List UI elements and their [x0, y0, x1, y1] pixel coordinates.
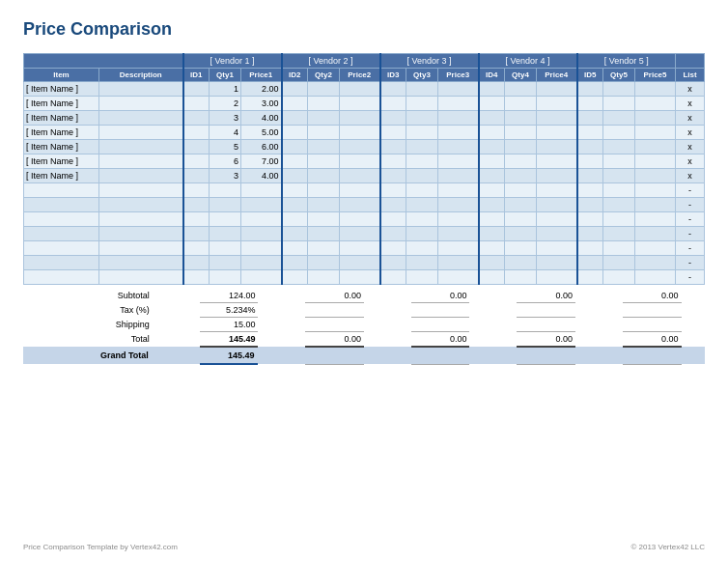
- table-row: [ Item Name ]23.00x: [24, 97, 705, 111]
- desc-col-header: Description: [99, 69, 183, 82]
- table-row: -: [24, 270, 705, 285]
- page: Price Comparison: [0, 0, 728, 561]
- v2-price-header: Price2: [340, 69, 380, 82]
- shipping-row: Shipping 15.00: [23, 318, 705, 332]
- v4-qty-header: Qty4: [505, 69, 537, 82]
- table-row: -: [24, 183, 705, 198]
- table-row: -: [24, 241, 705, 256]
- v1-shipping: 15.00: [200, 318, 259, 332]
- shipping-label: Shipping: [23, 318, 153, 332]
- subtotal-label: Subtotal: [23, 289, 153, 303]
- vendor4-header: [ Vendor 4 ]: [479, 54, 577, 69]
- subtotal-row: Subtotal 124.00 0.00 0.00 0.00 0.00: [23, 289, 705, 303]
- v1-id-header: ID1: [183, 69, 210, 82]
- v5-id-header: ID5: [577, 69, 603, 82]
- v5-subtotal: 0.00: [623, 289, 682, 303]
- tax-label: Tax (%): [23, 303, 153, 318]
- grand-total-label: Grand Total: [23, 347, 153, 364]
- v2-total: 0.00: [305, 332, 364, 348]
- table-row: [ Item Name ]12.00x: [24, 82, 705, 97]
- v4-total: 0.00: [517, 332, 575, 348]
- total-row: Total 145.49 0.00 0.00 0.00 0.00: [23, 332, 705, 348]
- grand-total-value: 145.49: [200, 347, 259, 364]
- vendor3-header: [ Vendor 3 ]: [380, 54, 479, 69]
- v3-qty-header: Qty3: [406, 69, 438, 82]
- vendor2-header: [ Vendor 2 ]: [282, 54, 380, 69]
- v1-price-header: Price1: [241, 69, 282, 82]
- table-row: [ Item Name ]34.00x: [24, 111, 705, 126]
- item-col-header: Item: [24, 69, 99, 82]
- v2-subtotal: 0.00: [305, 289, 364, 303]
- column-header-row: Item Description ID1 Qty1 Price1 ID2 Qty…: [24, 69, 705, 82]
- footer: Price Comparison Template by Vertex42.co…: [23, 543, 705, 551]
- v2-id-header: ID2: [282, 69, 308, 82]
- v3-total: 0.00: [411, 332, 470, 348]
- table-row: -: [24, 212, 705, 227]
- table-row: [ Item Name ]45.00x: [24, 126, 705, 140]
- v4-id-header: ID4: [479, 69, 505, 82]
- table-row: [ Item Name ]67.00x: [24, 154, 705, 169]
- tax-row: Tax (%) 5.234%: [23, 303, 705, 318]
- table-row: -: [24, 256, 705, 270]
- v1-qty-header: Qty1: [210, 69, 241, 82]
- list-col-header-spacer: [676, 54, 705, 69]
- table-row: [ Item Name ]56.00x: [24, 140, 705, 154]
- table-row: -: [24, 198, 705, 212]
- table-row: -: [24, 227, 705, 241]
- v3-subtotal: 0.00: [411, 289, 470, 303]
- v1-tax: 5.234%: [200, 303, 259, 318]
- v4-price-header: Price4: [537, 69, 577, 82]
- v5-price-header: Price5: [635, 69, 676, 82]
- total-label: Total: [23, 332, 153, 348]
- v1-total: 145.49: [200, 332, 259, 348]
- vendor1-header: [ Vendor 1 ]: [183, 54, 282, 69]
- v3-id-header: ID3: [380, 69, 406, 82]
- v2-qty-header: Qty2: [308, 69, 340, 82]
- v5-qty-header: Qty5: [603, 69, 635, 82]
- footer-left: Price Comparison Template by Vertex42.co…: [23, 543, 178, 551]
- v3-price-header: Price3: [438, 69, 479, 82]
- list-col-header: List: [676, 69, 705, 82]
- vendor5-header: [ Vendor 5 ]: [577, 54, 676, 69]
- v4-subtotal: 0.00: [517, 289, 575, 303]
- grand-total-row: Grand Total 145.49: [23, 347, 705, 364]
- table-row: [ Item Name ]34.00x: [24, 169, 705, 183]
- price-comparison-table: [ Vendor 1 ] [ Vendor 2 ] [ Vendor 3 ] […: [23, 53, 705, 285]
- vendor-header-row: [ Vendor 1 ] [ Vendor 2 ] [ Vendor 3 ] […: [24, 54, 705, 69]
- footer-right: © 2013 Vertex42 LLC: [630, 543, 705, 551]
- page-title: Price Comparison: [23, 19, 705, 40]
- v5-total: 0.00: [623, 332, 682, 348]
- v1-subtotal: 124.00: [200, 289, 259, 303]
- summary-table: Subtotal 124.00 0.00 0.00 0.00 0.00 Tax …: [23, 289, 705, 365]
